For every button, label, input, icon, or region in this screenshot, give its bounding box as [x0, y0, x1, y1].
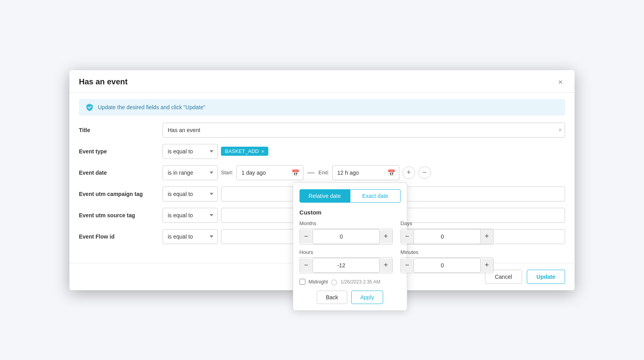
- start-label: Start:: [221, 170, 233, 175]
- title-input[interactable]: [163, 123, 565, 138]
- title-label: Title: [79, 127, 158, 133]
- modal-close-button[interactable]: ×: [556, 77, 565, 87]
- utm-campaign-label: Event utm campaign tag: [79, 191, 158, 197]
- event-type-tag-label: BASKET_ADD: [225, 148, 259, 154]
- flow-id-label: Event Flow id: [79, 233, 158, 240]
- clock-icon: ◯: [331, 279, 337, 285]
- months-spinner-controls: − +: [300, 229, 393, 244]
- relative-date-tab[interactable]: Relative date: [300, 189, 350, 203]
- has-an-event-modal: Has an event × Update the desired fields…: [69, 70, 575, 290]
- add-date-row-button[interactable]: +: [402, 166, 415, 179]
- exact-date-tab[interactable]: Exact date: [350, 189, 401, 203]
- hours-spinner-group: Hours − +: [300, 249, 393, 273]
- minutes-decrement-button[interactable]: −: [401, 259, 414, 272]
- minutes-increment-button[interactable]: +: [481, 259, 493, 272]
- event-date-label: Event date: [79, 170, 158, 176]
- event-date-row: Event date is in range Start: 📅 — End:: [79, 165, 565, 180]
- midnight-label: Midnight: [309, 279, 328, 285]
- event-date-controls: is in range Start: 📅 — End: 📅: [163, 165, 565, 180]
- midnight-timestamp: 1/26/2023 2:35 AM: [341, 279, 380, 285]
- minutes-spinner-controls: − +: [401, 257, 494, 273]
- hours-label: Hours: [300, 249, 393, 255]
- days-increment-button[interactable]: +: [481, 230, 493, 243]
- update-button[interactable]: Update: [527, 270, 565, 284]
- start-date-input[interactable]: [236, 165, 303, 180]
- shield-check-icon: [85, 103, 94, 112]
- utm-campaign-operator-select[interactable]: is equal to: [163, 187, 218, 201]
- event-type-controls: is equal to BASKET_ADD ×: [163, 144, 565, 159]
- midnight-checkbox[interactable]: [300, 279, 305, 285]
- apply-button[interactable]: Apply: [351, 291, 383, 304]
- event-type-tag-remove[interactable]: ×: [261, 149, 264, 154]
- event-date-operator-select[interactable]: is in range: [163, 165, 218, 180]
- start-date-wrap: 📅: [236, 165, 303, 180]
- months-increment-button[interactable]: +: [380, 230, 392, 243]
- date-picker-tabs: Relative date Exact date: [300, 189, 401, 203]
- spinner-grid: Months − + Da: [300, 220, 401, 273]
- months-value-input[interactable]: [313, 229, 380, 244]
- hours-spinner-controls: − +: [300, 257, 393, 273]
- end-date-wrap: 📅 Relative date Exact date Custom: [332, 165, 399, 180]
- modal-header: Has an event ×: [69, 70, 575, 93]
- months-label: Months: [300, 220, 393, 226]
- event-type-operator-select[interactable]: is equal to: [163, 144, 218, 159]
- title-input-wrap: ×: [163, 123, 565, 138]
- title-clear-button[interactable]: ×: [558, 127, 562, 133]
- back-button[interactable]: Back: [317, 291, 347, 304]
- end-label: End:: [318, 170, 329, 175]
- midnight-row: Midnight ◯ 1/26/2023 2:35 AM: [300, 279, 401, 285]
- days-decrement-button[interactable]: −: [401, 230, 414, 243]
- hours-decrement-button[interactable]: −: [300, 259, 313, 272]
- minutes-label: Minutes: [401, 249, 494, 255]
- months-spinner-group: Months − +: [300, 220, 393, 244]
- flow-id-operator-select[interactable]: is equal to: [163, 229, 218, 244]
- minutes-value-input[interactable]: [414, 258, 481, 273]
- date-range-separator: —: [307, 168, 315, 177]
- event-type-tag: BASKET_ADD ×: [221, 147, 268, 156]
- utm-source-label: Event utm source tag: [79, 212, 158, 218]
- info-banner: Update the desired fields and click "Upd…: [79, 99, 565, 116]
- days-value-input[interactable]: [414, 229, 481, 244]
- title-controls: ×: [163, 123, 565, 138]
- hours-increment-button[interactable]: +: [380, 259, 392, 272]
- date-picker-footer: Back Apply: [300, 291, 401, 304]
- utm-source-operator-select[interactable]: is equal to: [163, 208, 218, 223]
- event-type-label: Event type: [79, 148, 158, 155]
- days-spinner-controls: − +: [401, 229, 494, 244]
- date-range-row: is in range Start: 📅 — End: 📅: [163, 165, 431, 180]
- days-spinner-group: Days − +: [401, 220, 494, 244]
- months-decrement-button[interactable]: −: [300, 230, 313, 243]
- custom-label: Custom: [300, 209, 401, 216]
- end-date-input[interactable]: [332, 165, 399, 180]
- hours-value-input[interactable]: [313, 258, 380, 273]
- date-picker-popup: Relative date Exact date Custom Months: [293, 183, 407, 311]
- modal-body: Update the desired fields and click "Upd…: [69, 99, 575, 260]
- modal-title: Has an event: [79, 77, 127, 86]
- minutes-spinner-group: Minutes − +: [401, 249, 494, 273]
- remove-date-row-button[interactable]: −: [418, 166, 431, 179]
- days-label: Days: [401, 220, 494, 226]
- event-type-row: Event type is equal to BASKET_ADD ×: [79, 144, 565, 159]
- info-banner-text: Update the desired fields and click "Upd…: [98, 104, 205, 110]
- title-row: Title ×: [79, 123, 565, 138]
